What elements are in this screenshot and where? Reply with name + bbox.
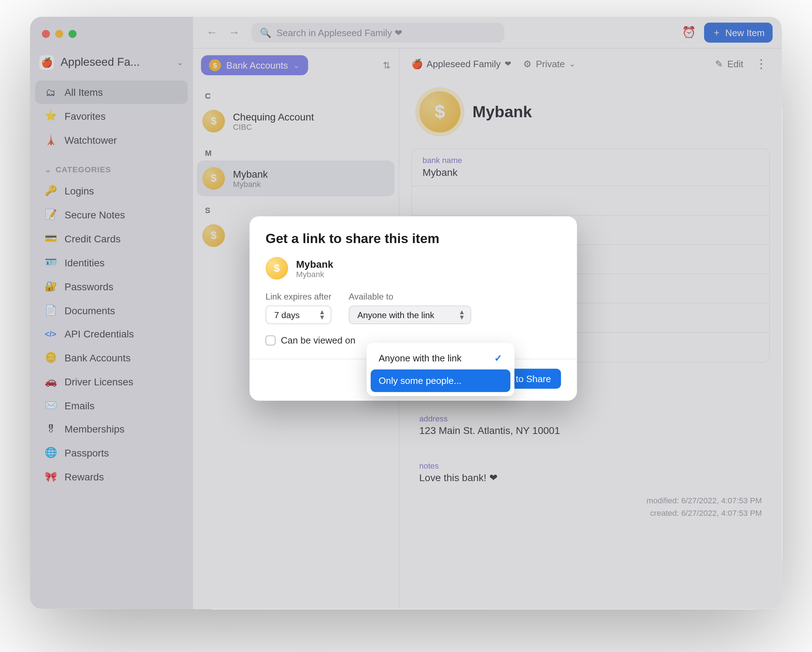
expires-value: 7 days <box>274 310 299 320</box>
app-window: 🍎 Appleseed Fa... ⌄ 🗂 All Items ⭐ Favori… <box>30 17 782 609</box>
available-value: Anyone with the link <box>357 310 434 320</box>
modal-item-row: $ Mybank Mybank <box>266 257 561 279</box>
stepper-icon: ▲▼ <box>458 310 465 320</box>
available-to-dropdown: Anyone with the link ✓ Only some people.… <box>367 343 514 396</box>
check-icon: ✓ <box>494 353 502 363</box>
dropdown-option-some-people[interactable]: Only some people... <box>371 369 510 392</box>
available-label: Available to <box>349 292 472 302</box>
available-to-select[interactable]: Anyone with the link ▲▼ <box>349 305 472 324</box>
expires-label: Link expires after <box>266 292 331 302</box>
modal-item-subtitle: Mybank <box>296 269 333 278</box>
coin-icon: $ <box>266 257 288 279</box>
modal-title: Get a link to share this item <box>266 231 561 246</box>
modal-item-title: Mybank <box>296 258 333 270</box>
expires-group: Link expires after 7 days ▲▼ <box>266 292 331 324</box>
option-label: Only some people... <box>379 375 461 386</box>
option-label: Anyone with the link <box>379 353 461 363</box>
expires-select[interactable]: 7 days ▲▼ <box>266 305 331 324</box>
checkbox-icon <box>266 335 276 345</box>
available-to-group: Available to Anyone with the link ▲▼ <box>349 292 472 324</box>
checkbox-label: Can be viewed on <box>281 335 356 346</box>
dropdown-option-anyone[interactable]: Anyone with the link ✓ <box>371 347 510 369</box>
stepper-icon: ▲▼ <box>319 310 325 320</box>
